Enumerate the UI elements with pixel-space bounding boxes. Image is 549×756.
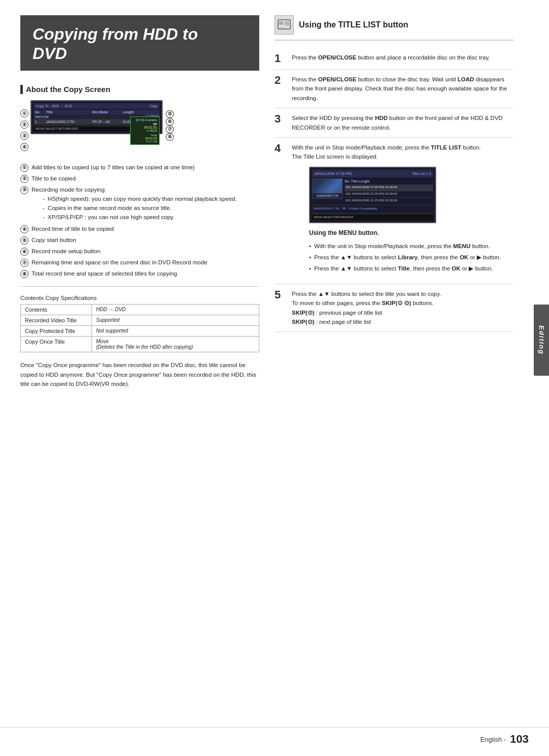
- label-7: ⑦: [166, 126, 174, 133]
- label-5: ⑤: [166, 110, 174, 118]
- spec-col2: HDD → DVD: [92, 305, 259, 315]
- sub-item-3-1: HS(high speed): you can copy more quickl…: [43, 195, 237, 203]
- callout-list: ① Add titles to be copied (up to 7 title…: [20, 163, 259, 278]
- label-6: ⑥: [166, 118, 174, 126]
- section-bar: [20, 85, 23, 94]
- spec-col1: Contents: [21, 305, 92, 315]
- title-list-icon: [274, 15, 294, 35]
- svg-rect-1: [279, 21, 284, 25]
- screen-wrap: ① ② ③ ④ Copy To : HDD → DVD Copy No Titl…: [20, 100, 259, 156]
- section-heading: About the Copy Screen: [20, 85, 259, 94]
- callout-num-3: ③: [20, 186, 28, 194]
- step-2: 2 Press the OPEN/CLOSE button to close t…: [274, 70, 513, 108]
- left-column: Copying from HDD to DVD About the Copy S…: [20, 15, 259, 712]
- callout-item-1: ① Add titles to be copied (up to 7 title…: [20, 163, 259, 172]
- menu-bullet-1: With the unit in Stop mode/Playback mode…: [309, 241, 501, 251]
- callout-num-6: ⑥: [20, 248, 28, 256]
- callout-num-1: ①: [20, 164, 28, 172]
- page: Editing Copying from HDD to DVD About th…: [0, 0, 549, 756]
- callout-item-4: ④ Record time of title to be copied: [20, 225, 259, 233]
- callout-item-5: ⑤ Copy start button: [20, 236, 259, 245]
- callout-item-7: ⑦ Remaining time and space on the curren…: [20, 258, 259, 267]
- label-3: ③: [20, 132, 28, 140]
- page-title: Copying from HDD to DVD: [33, 24, 247, 64]
- menu-bullet-2: Press the ▲▼ buttons to select Library, …: [309, 253, 501, 262]
- menu-button-section: Using the MENU button. With the unit in …: [309, 228, 501, 273]
- steps: 1 Press the OPEN/CLOSE button and place …: [274, 48, 513, 332]
- menu-bullet-3: Press the ▲▼ buttons to select Title, th…: [309, 264, 501, 273]
- sub-item-3-3: XP/SP/LP/EP : you can not use high speed…: [43, 213, 237, 221]
- label-8: ⑧: [166, 133, 174, 141]
- callout-item-3: ③ Recording mode for copying HS(high spe…: [20, 186, 259, 222]
- callout-num-7: ⑦: [20, 259, 28, 267]
- title-list-screen: JAN/01/2006 17:30 PR1 Title List 1-3 JAN…: [309, 167, 436, 224]
- spec-label: Contents Copy Specifications: [20, 295, 259, 301]
- screen-header: Copy To : HDD → DVD Copy: [34, 103, 160, 109]
- footer-text: English -: [480, 736, 506, 743]
- callout-num-4: ④: [20, 225, 28, 233]
- label-1: ①: [20, 109, 28, 117]
- footer: English - 103: [0, 727, 549, 756]
- label-2: ②: [20, 120, 28, 129]
- footer-num: 103: [510, 733, 529, 746]
- step-1: 1 Press the OPEN/CLOSE button and place …: [274, 48, 513, 70]
- sub-item-3-2: Copies in the same record mode as source…: [43, 204, 237, 212]
- title-list-header: Using the TITLE LIST button: [274, 15, 513, 41]
- label-4: ④: [20, 143, 28, 151]
- screen-labels-left: ① ② ③ ④: [20, 100, 28, 156]
- side-tab: Editing: [534, 305, 549, 376]
- title-list-heading: Using the TITLE LIST button: [299, 20, 408, 29]
- step-4: 4 With the unit in Stop mode/Playback mo…: [274, 138, 513, 284]
- step-3: 3 Select the HDD by pressing the HDD but…: [274, 108, 513, 138]
- spec-table-section: Contents Copy Specifications Contents HD…: [20, 295, 259, 352]
- right-column: Using the TITLE LIST button 1 Press the …: [274, 15, 529, 712]
- spec-table: Contents HDD → DVD Recorded Video Title …: [20, 304, 259, 352]
- spec-row-1: Recorded Video Title Supported: [21, 315, 259, 326]
- callout-item-8: ⑧ Total record time and space of selecte…: [20, 269, 259, 278]
- callout-item-2: ② Title to be copied: [20, 174, 259, 183]
- callout-num-2: ②: [20, 175, 28, 183]
- spec-row-2: Copy Protected Title Not supported: [21, 326, 259, 337]
- copy-screen: Copy To : HDD → DVD Copy No Title Rec.Mo…: [30, 100, 163, 134]
- callout-item-6: ⑥ Record mode setup button: [20, 247, 259, 256]
- spec-row-3: Copy Once Title Move(Deletes the Title i…: [21, 337, 259, 352]
- screen-labels-right: ⑤ ⑥ ⑦ ⑧: [166, 100, 174, 141]
- section-title: About the Copy Screen: [26, 85, 110, 94]
- tl-header: JAN/01/2006 17:30 PR1 Title List 1-3: [312, 170, 433, 177]
- sub-list-3: HS(high speed): you can copy more quickl…: [43, 195, 237, 221]
- page-title-box: Copying from HDD to DVD: [20, 15, 259, 71]
- tl-nav: MOVE SELECT RETURN EXIT: [312, 214, 433, 221]
- menu-button-title: Using the MENU button.: [309, 228, 501, 238]
- copy-once-para: Once "Copy Once programme" has been reco…: [20, 360, 259, 388]
- callout-num-8: ⑧: [20, 270, 28, 278]
- callout-num-5: ⑤: [20, 236, 28, 245]
- step-5: 5 Press the ▲▼ buttons to select the tit…: [274, 284, 513, 332]
